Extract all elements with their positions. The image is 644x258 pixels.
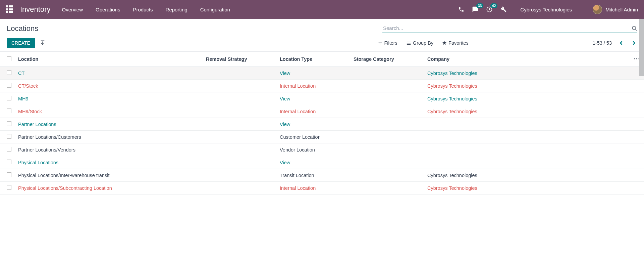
cell-type: Internal Location [280, 109, 316, 114]
svg-point-1 [632, 26, 636, 30]
table-row[interactable]: CTViewCybrosys Technologies [0, 67, 644, 80]
cell-location[interactable]: CT/Stock [18, 83, 38, 89]
pager: 1-53 / 53 [593, 40, 637, 46]
cell-location[interactable]: Partner Locations/Customers [18, 134, 81, 140]
messages-icon[interactable]: 33 [472, 6, 479, 13]
row-checkbox[interactable] [7, 134, 11, 139]
search-box [382, 24, 637, 33]
page-title: Locations [7, 24, 38, 33]
locations-table: Location Removal Strategy Location Type … [0, 52, 644, 195]
table-row[interactable]: MH9ViewCybrosys Technologies [0, 92, 644, 105]
col-location-type[interactable]: Location Type [276, 52, 350, 67]
apps-icon[interactable] [6, 5, 14, 13]
cell-type: Internal Location [280, 83, 316, 89]
table-row[interactable]: Partner LocationsView [0, 118, 644, 131]
select-all-checkbox[interactable] [7, 56, 11, 61]
user-menu[interactable]: Mitchell Admin [593, 5, 638, 14]
cell-type: View [280, 71, 290, 76]
cell-company: Cybrosys Technologies [427, 173, 477, 178]
row-checkbox[interactable] [7, 185, 11, 190]
table-row[interactable]: Physical LocationsView [0, 156, 644, 169]
cell-type: Vendor Location [280, 147, 315, 153]
table-row[interactable]: Physical Locations/Subcontracting Locati… [0, 182, 644, 195]
top-navbar: Inventory Overview Operations Products R… [0, 0, 644, 19]
cell-company: Cybrosys Technologies [427, 83, 477, 89]
app-title[interactable]: Inventory [20, 5, 51, 14]
col-removal-strategy[interactable]: Removal Strategy [203, 52, 276, 67]
row-checkbox[interactable] [7, 172, 11, 177]
export-icon[interactable] [40, 40, 46, 46]
cell-type: Customer Location [280, 134, 321, 140]
nav-configuration[interactable]: Configuration [200, 7, 230, 12]
col-storage-category[interactable]: Storage Category [350, 52, 424, 67]
search-input[interactable] [382, 24, 631, 33]
messages-badge: 33 [476, 3, 484, 8]
company-switcher[interactable]: Cybrosys Technologies [520, 7, 572, 12]
col-location[interactable]: Location [15, 52, 203, 67]
row-checkbox[interactable] [7, 109, 11, 113]
table-row[interactable]: Partner Locations/CustomersCustomer Loca… [0, 131, 644, 143]
cell-location[interactable]: CT [18, 71, 24, 76]
control-panel: Locations CREATE Filters Group By [0, 19, 644, 52]
tools-icon[interactable] [500, 6, 507, 13]
cell-type: Internal Location [280, 185, 316, 191]
row-checkbox[interactable] [7, 147, 11, 152]
row-checkbox[interactable] [7, 83, 11, 88]
cell-type: View [280, 96, 290, 101]
nav-overview[interactable]: Overview [62, 7, 83, 12]
nav-operations[interactable]: Operations [96, 7, 120, 12]
search-options: Filters Group By Favorites [378, 40, 468, 46]
user-name: Mitchell Admin [605, 7, 638, 12]
systray: 33 42 Cybrosys Technologies Mitchell Adm… [458, 5, 638, 14]
row-checkbox[interactable] [7, 96, 11, 100]
nav-reporting[interactable]: Reporting [166, 7, 187, 12]
cell-company: Cybrosys Technologies [427, 109, 477, 114]
cell-company: Cybrosys Technologies [427, 185, 477, 191]
activities-icon[interactable]: 42 [486, 6, 493, 13]
cell-location[interactable]: MH9 [18, 96, 29, 101]
cell-location[interactable]: Physical Locations/Inter-warehouse trans… [18, 173, 109, 178]
cell-type: View [280, 122, 290, 127]
phone-icon[interactable] [458, 6, 465, 13]
favorites-label: Favorites [448, 40, 469, 46]
list-view: Location Removal Strategy Location Type … [0, 52, 644, 255]
cell-type: View [280, 160, 290, 165]
activities-badge: 42 [490, 3, 498, 8]
row-checkbox[interactable] [7, 121, 11, 126]
cell-company: Cybrosys Technologies [427, 71, 477, 76]
pager-next[interactable] [631, 40, 637, 46]
pager-value[interactable]: 1-53 / 53 [593, 40, 612, 46]
table-row[interactable]: CT/StockInternal LocationCybrosys Techno… [0, 80, 644, 92]
create-button[interactable]: CREATE [7, 38, 35, 48]
filters-button[interactable]: Filters [378, 40, 397, 46]
table-row[interactable]: Partner Locations/VendorsVendor Location [0, 143, 644, 156]
cell-location[interactable]: Partner Locations/Vendors [18, 147, 75, 153]
search-icon[interactable] [631, 25, 637, 31]
pager-prev[interactable] [618, 40, 625, 46]
scrollbar[interactable] [639, 19, 644, 76]
cell-company: Cybrosys Technologies [427, 96, 477, 101]
table-row[interactable]: MH9/StockInternal LocationCybrosys Techn… [0, 105, 644, 118]
cell-location[interactable]: Physical Locations [18, 160, 58, 165]
cell-type: Transit Location [280, 173, 314, 178]
cell-location[interactable]: Physical Locations/Subcontracting Locati… [18, 185, 112, 191]
filters-label: Filters [384, 40, 397, 46]
row-checkbox[interactable] [7, 160, 11, 164]
groupby-button[interactable]: Group By [406, 40, 433, 46]
nav-products[interactable]: Products [133, 7, 153, 12]
cell-location[interactable]: MH9/Stock [18, 109, 42, 114]
row-checkbox[interactable] [7, 70, 11, 75]
avatar [593, 5, 602, 14]
table-row[interactable]: Physical Locations/Inter-warehouse trans… [0, 169, 644, 182]
col-company[interactable]: Company [424, 52, 630, 67]
groupby-label: Group By [413, 40, 433, 46]
cell-location[interactable]: Partner Locations [18, 122, 56, 127]
table-header-row: Location Removal Strategy Location Type … [0, 52, 644, 67]
favorites-button[interactable]: Favorites [442, 40, 469, 46]
